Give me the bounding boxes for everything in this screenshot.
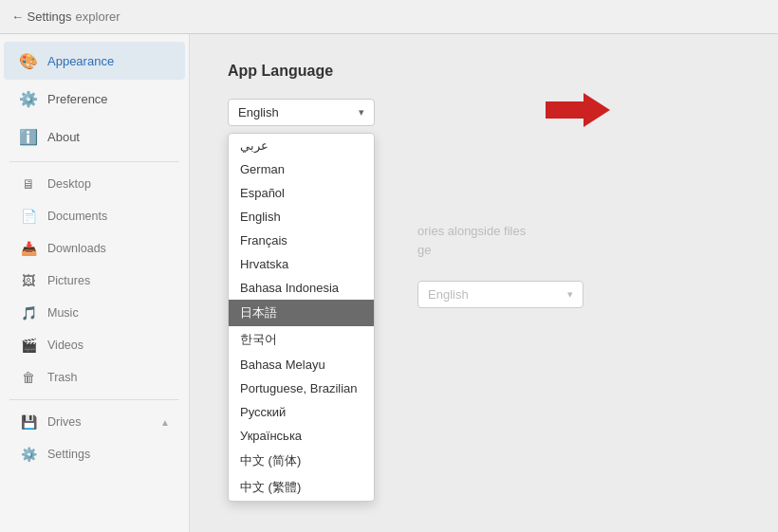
lang-chinese-simplified[interactable]: 中文 (简体) <box>229 448 374 474</box>
about-icon: ℹ️ <box>19 127 38 146</box>
sidebar-label-videos: Videos <box>47 339 83 352</box>
red-arrow-head <box>584 93 610 127</box>
drives-expand-icon: ▲ <box>160 417 170 428</box>
lang-english[interactable]: English <box>229 205 374 229</box>
videos-icon: 🎬 <box>19 336 38 355</box>
lang-german[interactable]: German <box>229 157 374 181</box>
sidebar-item-videos[interactable]: 🎬 Videos <box>4 329 185 361</box>
drives-icon: 💾 <box>19 413 38 431</box>
second-dropdown[interactable]: English ▾ <box>417 281 584 308</box>
sidebar-label-desktop: Desktop <box>47 177 91 191</box>
lang-hrvatska[interactable]: Hrvatska <box>229 252 374 276</box>
sidebar-label-appearance: Appearance <box>47 54 114 68</box>
sidebar-label-documents: Documents <box>47 210 107 223</box>
section-title: App Language <box>228 63 740 80</box>
lang-bahasa-melayu[interactable]: Bahasa Melayu <box>229 353 374 376</box>
lang-portuguese-br[interactable]: Portuguese, Brazilian <box>229 376 374 400</box>
settings-icon: ⚙️ <box>19 445 38 464</box>
lang-ukrainian[interactable]: Українська <box>229 424 374 448</box>
lang-arabic[interactable]: عربي <box>229 134 374 157</box>
lang-spanish[interactable]: Español <box>229 181 374 205</box>
main-content: 🎨 Appearance ⚙️ Preference ℹ️ About 🖥 De… <box>0 34 778 532</box>
sidebar-label-downloads: Downloads <box>47 242 106 255</box>
language-dropdown-list[interactable]: عربي German Español English Français Hrv… <box>228 133 375 502</box>
blurred-text-2: ge <box>417 243 431 257</box>
sidebar-item-documents[interactable]: 📄 Documents <box>4 200 185 232</box>
downloads-icon: 📥 <box>19 239 38 258</box>
sidebar-item-trash[interactable]: 🗑 Trash <box>4 361 185 394</box>
sidebar-label-settings: Settings <box>47 448 90 461</box>
lang-korean[interactable]: 한국어 <box>229 326 374 353</box>
blurred-text-1: ories alongside files <box>417 224 526 238</box>
music-icon: 🎵 <box>19 303 38 322</box>
back-button[interactable]: ← Settings <box>11 9 72 24</box>
title-bar: ← Settings explorer <box>0 0 778 34</box>
sidebar-divider-2 <box>9 399 179 400</box>
sidebar-item-settings[interactable]: ⚙️ Settings <box>4 438 185 470</box>
desktop-icon: 🖥 <box>19 174 38 193</box>
sidebar-item-about[interactable]: ℹ️ About <box>4 118 185 156</box>
sidebar-item-drives[interactable]: 💾 Drives ▲ <box>4 406 185 438</box>
lang-japanese[interactable]: 日本語 <box>229 300 374 326</box>
sidebar-label-preference: Preference <box>47 92 108 106</box>
dropdown-chevron-icon: ▾ <box>359 106 364 119</box>
sidebar-label-drives: Drives <box>47 415 81 429</box>
sidebar-item-pictures[interactable]: 🖼 Pictures <box>4 265 185 297</box>
sidebar-label-music: Music <box>47 306 79 320</box>
sidebar: 🎨 Appearance ⚙️ Preference ℹ️ About 🖥 De… <box>0 34 190 532</box>
preference-icon: ⚙️ <box>19 89 38 108</box>
app-title: explorer <box>76 9 120 24</box>
lang-russian[interactable]: Русский <box>229 400 374 424</box>
sidebar-label-trash: Trash <box>47 371 78 384</box>
sidebar-item-downloads[interactable]: 📥 Downloads <box>4 232 185 265</box>
language-dropdown-container[interactable]: English ▾ عربي German Español English Fr… <box>228 99 375 126</box>
red-arrow-body <box>546 101 584 119</box>
appearance-icon: 🎨 <box>19 51 38 70</box>
content-area: App Language English ▾ عربي German Españ… <box>190 34 778 532</box>
red-arrow <box>546 93 610 127</box>
sidebar-divider-1 <box>9 161 179 162</box>
sidebar-item-preference[interactable]: ⚙️ Preference <box>4 80 185 118</box>
second-dropdown-label: English <box>428 287 567 302</box>
lang-french[interactable]: Français <box>229 229 374 252</box>
sidebar-label-about: About <box>47 130 80 144</box>
sidebar-item-desktop[interactable]: 🖥 Desktop <box>4 168 185 200</box>
lang-bahasa-indonesia[interactable]: Bahasa Indonesia <box>229 276 374 300</box>
sidebar-item-appearance[interactable]: 🎨 Appearance <box>4 42 185 80</box>
documents-icon: 📄 <box>19 207 38 226</box>
second-dropdown-chevron-icon: ▾ <box>567 288 573 301</box>
selected-language-label: English <box>238 105 359 119</box>
lang-chinese-traditional[interactable]: 中文 (繁體) <box>229 474 374 501</box>
pictures-icon: 🖼 <box>19 271 38 290</box>
sidebar-item-music[interactable]: 🎵 Music <box>4 297 185 329</box>
sidebar-label-pictures: Pictures <box>47 274 90 287</box>
trash-icon: 🗑 <box>19 368 38 387</box>
